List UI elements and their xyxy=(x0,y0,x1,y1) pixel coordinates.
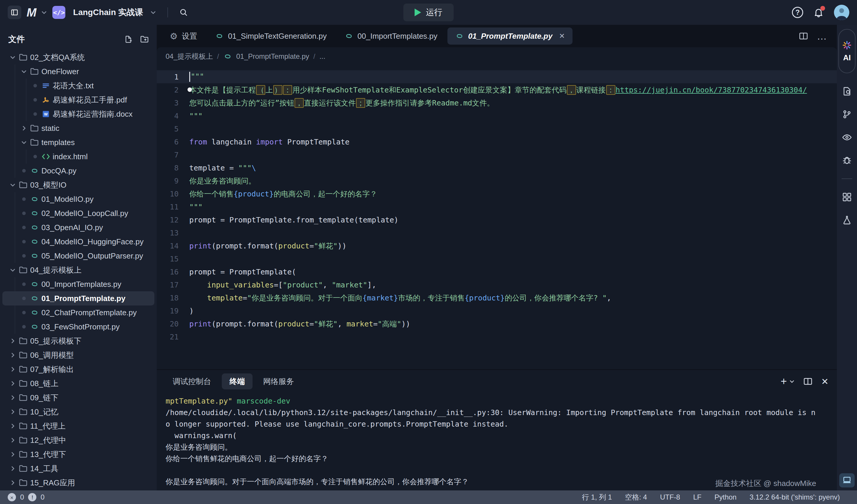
avatar[interactable] xyxy=(834,5,849,20)
more-actions-icon[interactable]: … xyxy=(817,31,827,42)
tree-folder-10_记忆[interactable]: 10_记忆 xyxy=(2,405,154,419)
tree-folder-06_调用模型[interactable]: 06_调用模型 xyxy=(2,348,154,362)
chevron-right-icon[interactable] xyxy=(8,352,17,358)
breadcrumb-symbol-more[interactable]: ... xyxy=(319,52,325,60)
tree-file-01_ModelIO.py[interactable]: 01_ModelIO.py xyxy=(2,192,154,206)
source-control-icon[interactable] xyxy=(842,109,852,119)
tree-folder-05_提示模板下[interactable]: 05_提示模板下 xyxy=(2,334,154,348)
project-chevron-down-icon[interactable] xyxy=(150,10,156,15)
code-line-13[interactable]: 13 xyxy=(157,226,837,239)
tree-folder-15_RAG应用[interactable]: 15_RAG应用 xyxy=(2,476,154,490)
panel-tab-网络服务[interactable]: 网络服务 xyxy=(255,373,302,389)
tree-file-03_OpenAI_IO.py[interactable]: 03_OpenAI_IO.py xyxy=(2,220,154,234)
tree-file-03_FewShotPrompt.py[interactable]: 03_FewShotPrompt.py xyxy=(2,320,154,334)
sidebar-toggle-button[interactable] xyxy=(8,6,21,19)
status-indentation[interactable]: 空格: 4 xyxy=(625,492,647,502)
search-icon[interactable] xyxy=(179,8,188,17)
tab-00_ImportTemplates.py[interactable]: 00_ImportTemplates.py xyxy=(337,28,445,45)
chevron-right-icon[interactable] xyxy=(8,395,17,401)
chevron-down-icon[interactable] xyxy=(8,54,17,60)
tree-folder-OneFlower[interactable]: OneFlower xyxy=(2,65,154,79)
code-line-21[interactable]: 21 xyxy=(157,330,837,343)
tab-01_SimpleTextGeneration.py[interactable]: 01_SimpleTextGeneration.py xyxy=(207,28,334,45)
tree-file-02_ChatPromptTemplate.py[interactable]: 02_ChatPromptTemplate.py xyxy=(2,306,154,320)
tree-folder-11_代理上[interactable]: 11_代理上 xyxy=(2,419,154,433)
tree-file-DocQA.py[interactable]: DocQA.py xyxy=(2,164,154,178)
chevron-down-icon[interactable] xyxy=(8,182,17,188)
tree-folder-13_代理下[interactable]: 13_代理下 xyxy=(2,447,154,462)
tab-设置[interactable]: ⚙设置 xyxy=(162,28,205,45)
chevron-right-icon[interactable] xyxy=(8,451,17,457)
chevron-right-icon[interactable] xyxy=(8,437,17,443)
warnings-icon[interactable]: ! xyxy=(28,493,36,501)
close-panel-icon[interactable]: ✕ xyxy=(821,376,829,387)
status-interpreter[interactable]: 3.12.2 64-bit ('shims': pyenv) xyxy=(750,493,840,501)
tree-file-花语大全.txt[interactable]: 花语大全.txt xyxy=(2,79,154,93)
code-line-4[interactable]: 4""" xyxy=(157,109,837,122)
ai-assistant-button[interactable]: AI xyxy=(838,29,856,73)
new-terminal-button[interactable]: + xyxy=(781,376,795,387)
chevron-right-icon[interactable] xyxy=(8,381,17,386)
run-button[interactable]: 运行 xyxy=(403,3,454,21)
code-line-6[interactable]: 6from langchain import PromptTemplate xyxy=(157,135,837,148)
chevron-right-icon[interactable] xyxy=(8,409,17,415)
help-icon[interactable]: ? xyxy=(792,7,803,18)
code-line-3[interactable]: 3您可以点击最上方的“运行”按钮，直接运行该文件；更多操作指引请参考Readme… xyxy=(157,96,837,109)
chevron-right-icon[interactable] xyxy=(8,480,17,486)
chevron-right-icon[interactable] xyxy=(8,366,17,372)
chevron-down-icon[interactable] xyxy=(19,69,28,74)
tree-folder-templates[interactable]: templates xyxy=(2,135,154,150)
panel-tab-终端[interactable]: 终端 xyxy=(222,373,253,389)
new-folder-button[interactable] xyxy=(140,35,149,44)
terminal-output[interactable]: 掘金技术社区 @ shadowMike mptTemplate.py" mars… xyxy=(157,393,837,490)
chevron-down-icon[interactable] xyxy=(19,139,28,145)
chevron-right-icon[interactable] xyxy=(8,423,17,429)
warnings-count[interactable]: 0 xyxy=(40,493,44,501)
breadcrumb-folder[interactable]: 04_提示模板上 xyxy=(166,52,213,61)
tree-folder-12_代理中[interactable]: 12_代理中 xyxy=(2,433,154,447)
tree-file-02_ModelIO_LoopCall.py[interactable]: 02_ModelIO_LoopCall.py xyxy=(2,206,154,220)
debug-bug-icon[interactable] xyxy=(842,155,852,166)
code-line-1[interactable]: 1""" xyxy=(157,70,837,83)
close-tab-icon[interactable]: ✕ xyxy=(559,32,565,40)
tree-folder-08_链上[interactable]: 08_链上 xyxy=(2,376,154,390)
split-editor-icon[interactable] xyxy=(799,32,808,40)
panel-tab-调试控制台[interactable]: 调试控制台 xyxy=(165,373,219,389)
tree-file-05_ModelIO_OutputParser.py[interactable]: 05_ModelIO_OutputParser.py xyxy=(2,249,154,263)
chevron-down-icon[interactable] xyxy=(41,10,47,15)
status-eol[interactable]: LF xyxy=(693,493,702,501)
tab-01_PromptTemplate.py[interactable]: 01_PromptTemplate.py✕ xyxy=(448,28,572,45)
new-file-button[interactable] xyxy=(124,35,133,44)
lab-flask-icon[interactable] xyxy=(842,215,852,225)
tree-file-index.html[interactable]: index.html xyxy=(2,150,154,164)
marscode-logo-icon[interactable]: M xyxy=(27,6,36,19)
tree-file-01_PromptTemplate.py[interactable]: 01_PromptTemplate.py xyxy=(2,291,154,306)
project-name[interactable]: LangChain 实战课 xyxy=(73,7,143,18)
errors-icon[interactable]: ✕ xyxy=(8,493,16,501)
tree-file-易速鲜花运营指南.docx[interactable]: W易速鲜花运营指南.docx xyxy=(2,107,154,121)
breadcrumb[interactable]: 04_提示模板上/01_PromptTemplate.py/... xyxy=(157,47,837,66)
code-line-15[interactable]: 15 xyxy=(157,252,837,265)
tree-file-00_ImportTemplates.py[interactable]: 00_ImportTemplates.py xyxy=(2,277,154,291)
breadcrumb-file[interactable]: 01_PromptTemplate.py xyxy=(236,52,309,60)
tree-folder-07_解析输出[interactable]: 07_解析输出 xyxy=(2,362,154,376)
code-line-16[interactable]: 16prompt = PromptTemplate( xyxy=(157,265,837,278)
code-line-17[interactable]: 17 input_variables=["product", "market"]… xyxy=(157,278,837,291)
errors-count[interactable]: 0 xyxy=(20,493,24,501)
tree-folder-static[interactable]: static xyxy=(2,121,154,135)
code-line-10[interactable]: 10你给一个销售{product}的电商公司，起一个好的名字？ xyxy=(157,187,837,200)
extensions-grid-icon[interactable] xyxy=(842,192,852,202)
code-editor[interactable]: 1"""2本文件是【提示工程（上）：用少样本FewShotTemplate和Ex… xyxy=(157,66,837,369)
status-encoding[interactable]: UTF-8 xyxy=(660,493,680,501)
code-line-7[interactable]: 7 xyxy=(157,148,837,161)
chevron-right-icon[interactable] xyxy=(19,125,28,131)
code-link[interactable]: https://juejin.cn/book/73877023474361303… xyxy=(616,86,807,94)
code-line-19[interactable]: 19) xyxy=(157,304,837,317)
tree-file-04_ModelIO_HuggingFace.py[interactable]: 04_ModelIO_HuggingFace.py xyxy=(2,234,154,249)
split-terminal-icon[interactable] xyxy=(804,377,812,385)
code-line-14[interactable]: 14print(prompt.format(product="鲜花")) xyxy=(157,239,837,252)
tree-folder-14_工具[interactable]: 14_工具 xyxy=(2,462,154,476)
code-line-5[interactable]: 5 xyxy=(157,122,837,135)
notifications-button[interactable] xyxy=(813,7,824,18)
preview-eye-icon[interactable] xyxy=(842,132,852,142)
